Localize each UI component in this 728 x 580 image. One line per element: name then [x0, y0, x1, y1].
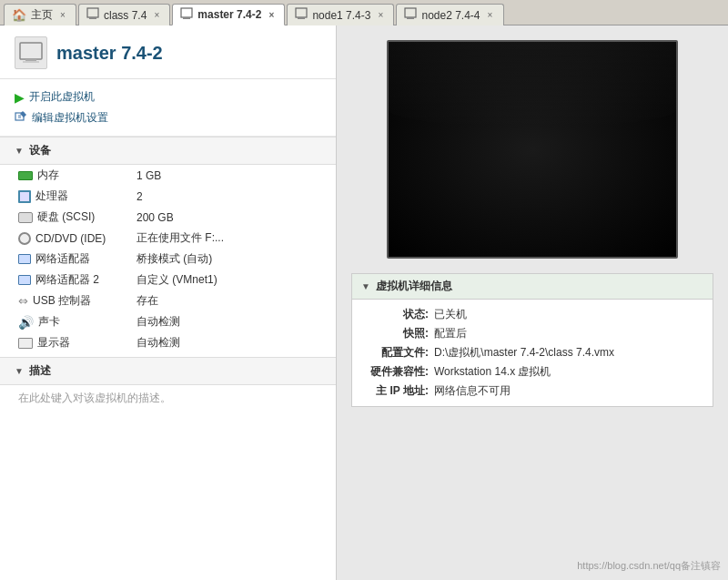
- tab-class74[interactable]: class 7.4 ×: [78, 4, 170, 25]
- detail-snapshot-label: 快照:: [361, 326, 434, 341]
- description-section-label: 描述: [29, 363, 51, 379]
- hdd-icon: [18, 212, 33, 223]
- tab-node2744-close[interactable]: ×: [485, 10, 496, 21]
- device-display: 显示器 自动检测: [0, 332, 336, 353]
- start-vm-link[interactable]: ▶ 开启此虚拟机: [15, 86, 321, 107]
- svg-rect-6: [405, 8, 416, 17]
- usb-icon: ⇔: [18, 295, 28, 307]
- tab-node2744[interactable]: node2 7.4-4 ×: [396, 4, 503, 25]
- display-value: 自动检测: [136, 335, 180, 351]
- start-icon: ▶: [15, 90, 25, 105]
- net2-value: 自定义 (VMnet1): [136, 272, 217, 288]
- svg-rect-1: [89, 17, 96, 19]
- devices-section-label: 设备: [29, 143, 51, 158]
- description-placeholder: 在此处键入对该虚拟机的描述。: [0, 385, 336, 412]
- main-container: master 7.4-2 ▶ 开启此虚拟机 编辑虚拟机设置: [0, 25, 728, 580]
- device-net2: 网络适配器 2 自定义 (VMnet1): [0, 270, 336, 290]
- device-memory: 内存 1 GB: [0, 165, 336, 186]
- tab-class74-label: class 7.4: [104, 9, 147, 22]
- vm-logo: [15, 36, 47, 69]
- cdrom-label: CD/DVD (IDE): [35, 232, 106, 245]
- display-icon: [18, 338, 33, 349]
- device-cpu: 处理器 2: [0, 186, 336, 207]
- tab-home[interactable]: 🏠 主页 ×: [4, 4, 76, 25]
- device-list: 内存 1 GB 处理器 2 硬盘 (SCSI) 200 GB: [0, 165, 336, 353]
- memory-icon: [18, 171, 33, 180]
- detail-compat-label: 硬件兼容性:: [361, 364, 434, 380]
- tab-node1743-label: node1 7.4-3: [312, 9, 370, 22]
- edit-vm-link[interactable]: 编辑虚拟机设置: [15, 107, 321, 128]
- tab-home-label: 主页: [31, 7, 53, 23]
- detail-status: 状态: 已关机: [361, 305, 703, 324]
- device-sound: 🔊 声卡 自动检测: [0, 311, 336, 332]
- tab-node2744-icon: [404, 7, 417, 23]
- detail-snapshot-value: 配置后: [434, 326, 703, 341]
- right-panel: ▼ 虚拟机详细信息 状态: 已关机 快照: 配置后 配置文件: D:\虚拟机\m…: [337, 25, 728, 580]
- vm-details-arrow: ▼: [361, 281, 370, 291]
- tab-node1743-close[interactable]: ×: [375, 10, 386, 21]
- svg-rect-3: [183, 17, 190, 19]
- detail-ip-value: 网络信息不可用: [434, 383, 703, 399]
- devices-section-header[interactable]: ▼ 设备: [0, 137, 336, 165]
- tab-node2744-label: node2 7.4-4: [421, 9, 480, 22]
- detail-compat-value: Workstation 14.x 虚拟机: [434, 364, 703, 380]
- vm-details-content: 状态: 已关机 快照: 配置后 配置文件: D:\虚拟机\master 7.4-…: [352, 300, 713, 406]
- hdd-value: 200 GB: [136, 211, 174, 224]
- cpu-label: 处理器: [35, 188, 68, 204]
- svg-rect-8: [20, 43, 42, 59]
- svg-rect-10: [23, 61, 39, 63]
- description-section-header[interactable]: ▼ 描述: [0, 357, 336, 385]
- svg-rect-7: [407, 17, 414, 19]
- vm-screen-shine: [389, 42, 676, 127]
- tab-master742-icon: [180, 7, 193, 23]
- left-panel: master 7.4-2 ▶ 开启此虚拟机 编辑虚拟机设置: [0, 25, 337, 580]
- edit-vm-label: 编辑虚拟机设置: [32, 110, 108, 126]
- vm-title: master 7.4-2: [56, 43, 163, 64]
- svg-rect-4: [296, 8, 307, 17]
- action-links: ▶ 开启此虚拟机 编辑虚拟机设置: [0, 79, 336, 137]
- vm-screen[interactable]: [387, 40, 678, 259]
- sound-value: 自动检测: [136, 314, 180, 330]
- usb-value: 存在: [136, 293, 158, 309]
- device-net1: 网络适配器 桥接模式 (自动): [0, 249, 336, 270]
- description-arrow: ▼: [15, 366, 24, 376]
- display-label: 显示器: [37, 335, 70, 351]
- tab-master742-label: master 7.4-2: [197, 8, 261, 21]
- tab-master742-close[interactable]: ×: [266, 9, 277, 20]
- devices-arrow: ▼: [15, 146, 24, 156]
- net2-label: 网络适配器 2: [35, 272, 99, 288]
- detail-config-value: D:\虚拟机\master 7.4-2\class 7.4.vmx: [434, 345, 703, 361]
- device-cdrom: CD/DVD (IDE) 正在使用文件 F:...: [0, 228, 336, 249]
- vm-details: ▼ 虚拟机详细信息 状态: 已关机 快照: 配置后 配置文件: D:\虚拟机\m…: [351, 273, 713, 407]
- tab-node1743[interactable]: node1 7.4-3 ×: [287, 4, 394, 25]
- tab-home-close[interactable]: ×: [57, 10, 68, 21]
- cdrom-value: 正在使用文件 F:...: [136, 230, 224, 246]
- memory-value: 1 GB: [136, 169, 161, 182]
- detail-snapshot: 快照: 配置后: [361, 324, 703, 343]
- cpu-icon: [18, 190, 31, 203]
- detail-ip: 主 IP 地址: 网络信息不可用: [361, 382, 703, 401]
- home-icon: 🏠: [12, 8, 26, 22]
- description-section: ▼ 描述 在此处键入对该虚拟机的描述。: [0, 357, 336, 412]
- net1-value: 桥接模式 (自动): [136, 251, 212, 267]
- tab-bar: 🏠 主页 × class 7.4 × master 7.4-2 × node1 …: [0, 0, 728, 25]
- detail-ip-label: 主 IP 地址:: [361, 383, 434, 399]
- svg-rect-0: [87, 8, 98, 17]
- start-vm-label: 开启此虚拟机: [29, 89, 95, 105]
- memory-label: 内存: [37, 168, 59, 183]
- vm-details-title: 虚拟机详细信息: [376, 279, 452, 294]
- sound-label: 声卡: [38, 314, 60, 330]
- device-hdd: 硬盘 (SCSI) 200 GB: [0, 207, 336, 228]
- detail-config-label: 配置文件:: [361, 345, 434, 361]
- sound-icon: 🔊: [18, 316, 34, 329]
- vm-details-header: ▼ 虚拟机详细信息: [352, 274, 713, 300]
- svg-rect-5: [298, 17, 305, 19]
- detail-config: 配置文件: D:\虚拟机\master 7.4-2\class 7.4.vmx: [361, 343, 703, 362]
- usb-label: USB 控制器: [33, 293, 91, 309]
- svg-rect-2: [181, 8, 192, 17]
- detail-status-value: 已关机: [434, 307, 703, 322]
- tab-master742[interactable]: master 7.4-2 ×: [172, 4, 285, 25]
- cpu-value: 2: [136, 190, 143, 203]
- tab-class74-close[interactable]: ×: [151, 10, 162, 21]
- vm-title-area: master 7.4-2: [0, 25, 336, 79]
